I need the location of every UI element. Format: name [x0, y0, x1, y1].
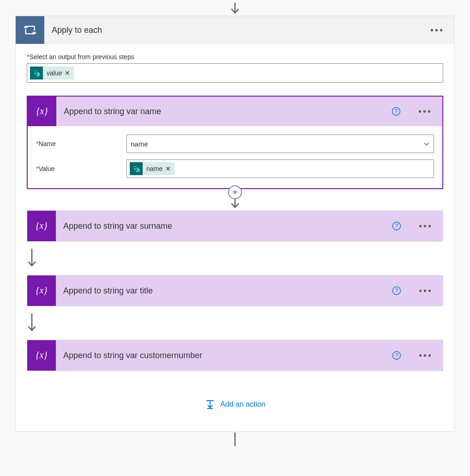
token-label: name — [146, 165, 163, 172]
help-icon[interactable]: ? — [386, 284, 407, 297]
append-string-name-card: {x} Append to string var name ? ••• *Nam… — [27, 96, 443, 189]
select-output-input[interactable]: s value ✕ — [27, 63, 443, 83]
help-icon[interactable]: ? — [386, 220, 407, 232]
append-string-title-header[interactable]: {x} Append to string var title ? ••• — [27, 275, 443, 306]
apply-to-each-body: *Select an output from previous steps s … — [16, 44, 454, 431]
apply-to-each-title: Apply to each — [44, 25, 420, 35]
append-string-title-card: {x} Append to string var title ? ••• — [27, 275, 443, 306]
token-label: value — [47, 69, 62, 77]
append-string-surname-header[interactable]: {x} Append to string var surname ? ••• — [27, 211, 443, 241]
svg-text:?: ? — [395, 352, 398, 359]
svg-text:{x}: {x} — [36, 350, 48, 360]
flow-arrow-in — [230, 0, 240, 16]
name-select[interactable]: name — [127, 134, 434, 153]
card-body: *Name name *Value — [28, 126, 442, 188]
help-icon[interactable]: ? — [386, 105, 406, 118]
svg-text:s: s — [134, 167, 136, 171]
name-token[interactable]: s name ✕ — [130, 162, 175, 175]
variable-icon: {x} — [27, 275, 56, 306]
select-output-label: *Select an output from previous steps — [27, 53, 443, 61]
add-action-button[interactable]: Add an action — [27, 399, 443, 410]
card-menu[interactable]: ••• — [409, 221, 443, 232]
svg-text:{x}: {x} — [36, 220, 48, 231]
help-icon[interactable]: ? — [386, 349, 407, 362]
loop-icon — [16, 16, 44, 44]
name-value: name — [131, 140, 148, 148]
card-title: Append to string var title — [56, 286, 386, 296]
append-string-customernumber-card: {x} Append to string var customernumber … — [27, 340, 443, 371]
flow-arrow — [27, 242, 443, 275]
svg-text:s: s — [34, 72, 36, 75]
card-menu[interactable]: ••• — [408, 106, 442, 117]
remove-token-icon[interactable]: ✕ — [165, 165, 171, 172]
name-label: *Name — [36, 140, 127, 147]
card-menu[interactable]: ••• — [409, 350, 443, 361]
append-string-surname-card: {x} Append to string var surname ? ••• — [27, 210, 443, 242]
svg-text:?: ? — [395, 287, 398, 294]
card-title: Append to string var name — [56, 107, 386, 116]
variable-icon: {x} — [28, 97, 56, 126]
add-action-icon — [205, 399, 216, 410]
apply-to-each-header[interactable]: Apply to each ••• — [16, 16, 454, 44]
append-string-customernumber-header[interactable]: {x} Append to string var customernumber … — [27, 340, 443, 371]
sharepoint-icon: s — [30, 67, 43, 79]
apply-to-each-card: Apply to each ••• *Select an output from… — [15, 16, 455, 432]
remove-token-icon[interactable]: ✕ — [65, 69, 70, 77]
chevron-down-icon — [423, 140, 430, 147]
svg-text:{x}: {x} — [36, 285, 48, 295]
flow-arrow-out — [230, 432, 240, 447]
variable-icon: {x} — [27, 211, 56, 241]
value-input[interactable]: s name ✕ — [127, 159, 434, 178]
card-title: Append to string var surname — [56, 221, 386, 231]
value-label: *Value — [36, 165, 127, 172]
sharepoint-icon: s — [130, 162, 143, 175]
connector: + — [27, 189, 443, 210]
append-string-name-header[interactable]: {x} Append to string var name ? ••• — [28, 97, 442, 126]
variable-icon: {x} — [27, 340, 56, 371]
add-step-button[interactable]: + — [228, 185, 242, 199]
value-token[interactable]: s value ✕ — [30, 67, 74, 79]
svg-text:?: ? — [395, 223, 398, 229]
add-action-label: Add an action — [220, 400, 265, 409]
card-menu[interactable]: ••• — [409, 286, 443, 296]
flow-arrow — [27, 306, 443, 340]
svg-text:{x}: {x} — [36, 106, 48, 116]
svg-text:?: ? — [395, 108, 398, 115]
card-title: Append to string var customernumber — [56, 351, 386, 360]
apply-to-each-menu[interactable]: ••• — [420, 25, 454, 36]
